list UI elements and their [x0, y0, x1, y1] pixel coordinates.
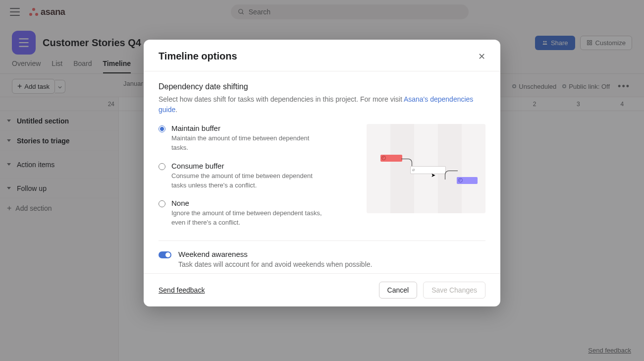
cursor-icon: ➤: [431, 172, 435, 179]
save-changes-button[interactable]: Save Changes: [423, 282, 485, 299]
send-feedback-link[interactable]: Send feedback: [159, 286, 205, 294]
timeline-options-modal: Timeline options ✕ Dependency date shift…: [144, 40, 500, 306]
weekend-toggle[interactable]: [159, 251, 171, 258]
dependency-section-desc: Select how dates shift for tasks with de…: [159, 94, 485, 115]
modal-title: Timeline options: [159, 51, 237, 62]
option-consume-buffer[interactable]: Consume buffer Consume the amount of tim…: [159, 162, 352, 190]
cancel-button[interactable]: Cancel: [379, 282, 418, 299]
dependency-preview-graphic: ➤: [367, 124, 485, 213]
close-icon[interactable]: ✕: [478, 51, 485, 62]
modal-footer: Send feedback Cancel Save Changes: [144, 273, 500, 306]
option-maintain-buffer[interactable]: Maintain buffer Maintain the amount of t…: [159, 124, 352, 153]
radio-consume[interactable]: [159, 163, 165, 170]
radio-none[interactable]: [159, 200, 165, 207]
weekend-awareness-row: Weekend awareness Task dates will accoun…: [159, 250, 485, 268]
modal-header: Timeline options ✕: [144, 40, 500, 71]
option-none[interactable]: None Ignore the amount of time between d…: [159, 199, 352, 228]
dependency-section-title: Dependency date shifting: [159, 82, 485, 91]
radio-maintain[interactable]: [159, 125, 165, 132]
